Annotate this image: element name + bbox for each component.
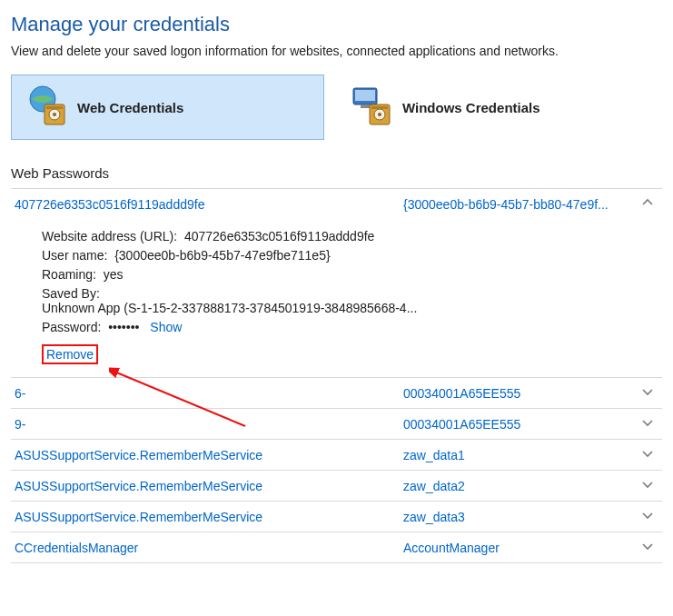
entry-site-link[interactable]: ASUSSupportService.RememberMeService bbox=[15, 510, 396, 524]
tab-web-label: Web Credentials bbox=[77, 100, 183, 115]
savedby-value: Unknown App (S-1-15-2-337888173-37845019… bbox=[42, 301, 417, 315]
page-title: Manage your credentials bbox=[11, 13, 662, 36]
username-value: {3000ee0b-b6b9-45b7-47e9fbe711e5} bbox=[114, 248, 330, 263]
entry-user-link[interactable]: zaw_data3 bbox=[403, 510, 629, 524]
entry-user-link[interactable]: zaw_data1 bbox=[403, 448, 629, 462]
remove-link[interactable]: Remove bbox=[42, 344, 98, 364]
password-label: Password: bbox=[42, 320, 101, 334]
chevron-down-icon[interactable] bbox=[637, 447, 658, 462]
monitor-safe-icon bbox=[350, 84, 393, 131]
password-value: ••••••• bbox=[108, 320, 139, 334]
entry-user-link[interactable]: AccountManager bbox=[403, 541, 629, 555]
section-heading: Web Passwords bbox=[11, 165, 662, 181]
roaming-label: Roaming: bbox=[42, 267, 96, 282]
chevron-down-icon[interactable] bbox=[637, 416, 658, 432]
credential-row[interactable]: ASUSSupportService.RememberMeServicezaw_… bbox=[11, 501, 662, 532]
show-password-link[interactable]: Show bbox=[150, 320, 182, 334]
tab-windows-credentials[interactable]: Windows Credentials bbox=[337, 75, 650, 140]
svg-rect-7 bbox=[361, 104, 370, 108]
entry-user-link[interactable]: {3000ee0b-b6b9-45b7-bb80-47e9f... bbox=[403, 197, 629, 212]
svg-point-3 bbox=[53, 113, 56, 116]
svg-rect-4 bbox=[46, 106, 63, 109]
url-label: Website address (URL): bbox=[42, 229, 177, 243]
tab-web-credentials[interactable]: Web Credentials bbox=[11, 75, 324, 140]
entry-user-link[interactable]: zaw_data2 bbox=[403, 479, 629, 493]
credential-row[interactable]: ASUSSupportService.RememberMeServicezaw_… bbox=[11, 470, 662, 501]
credential-row[interactable]: 6-00034001A65EE555 bbox=[11, 377, 662, 408]
globe-safe-icon bbox=[25, 84, 68, 131]
url-value: 407726e6353c0516f9119addd9fe bbox=[184, 229, 374, 243]
entry-site-link[interactable]: ASUSSupportService.RememberMeService bbox=[15, 448, 396, 462]
entry-user-link[interactable]: 00034001A65EE555 bbox=[403, 417, 629, 432]
entry-site-link[interactable]: ASUSSupportService.RememberMeService bbox=[15, 479, 396, 493]
svg-rect-11 bbox=[371, 106, 388, 109]
svg-rect-6 bbox=[355, 90, 375, 101]
entry-site-link[interactable]: CCredentialsManager bbox=[15, 541, 396, 555]
chevron-down-icon[interactable] bbox=[637, 540, 658, 555]
roaming-value: yes bbox=[104, 267, 124, 282]
chevron-down-icon[interactable] bbox=[637, 509, 658, 524]
username-label: User name: bbox=[42, 248, 107, 263]
entry-site-link[interactable]: 407726e6353c0516f9119addd9fe bbox=[15, 197, 396, 212]
chevron-down-icon[interactable] bbox=[637, 385, 658, 401]
page-subtitle: View and delete your saved logon informa… bbox=[11, 44, 662, 58]
credential-row-expanded[interactable]: 407726e6353c0516f9119addd9fe {3000ee0b-b… bbox=[11, 188, 662, 219]
credential-tabs: Web Credentials Windows Credentials bbox=[11, 75, 662, 140]
chevron-down-icon[interactable] bbox=[637, 478, 658, 493]
tab-windows-label: Windows Credentials bbox=[402, 100, 540, 115]
entry-user-link[interactable]: 00034001A65EE555 bbox=[403, 386, 629, 401]
credential-row[interactable]: CCredentialsManagerAccountManager bbox=[11, 532, 662, 563]
entry-site-link[interactable]: 6- bbox=[15, 386, 396, 401]
credential-row[interactable]: 9-00034001A65EE555 bbox=[11, 408, 662, 439]
credential-details: Website address (URL): 407726e6353c0516f… bbox=[11, 219, 662, 377]
savedby-label: Saved By: bbox=[42, 286, 100, 301]
credential-row[interactable]: ASUSSupportService.RememberMeServicezaw_… bbox=[11, 439, 662, 470]
chevron-up-icon[interactable] bbox=[637, 196, 658, 212]
entry-site-link[interactable]: 9- bbox=[15, 417, 396, 432]
svg-point-10 bbox=[378, 113, 381, 116]
